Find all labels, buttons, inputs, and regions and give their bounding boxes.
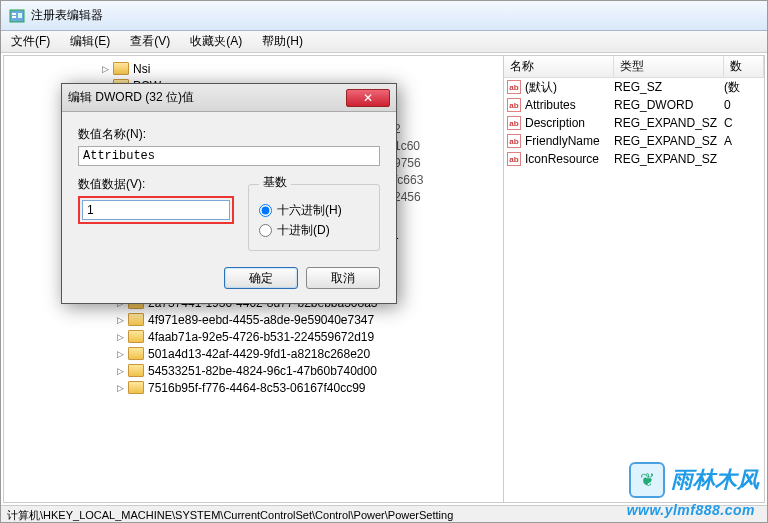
watermark-text: 雨林木风 — [671, 465, 759, 495]
list-row[interactable]: abFriendlyNameREG_EXPAND_SZA — [504, 132, 764, 150]
value-data-input[interactable] — [82, 200, 230, 220]
svg-rect-2 — [12, 16, 16, 18]
expander-icon[interactable]: ▷ — [114, 315, 126, 325]
tree-label: Nsi — [133, 62, 150, 76]
menu-file[interactable]: 文件(F) — [1, 33, 60, 50]
folder-icon — [113, 62, 129, 75]
title-bar: 注册表编辑器 — [1, 1, 767, 31]
row-data: C — [724, 116, 764, 130]
watermark-url: www.ylmf888.com — [627, 502, 755, 518]
value-icon: ab — [507, 80, 521, 94]
row-type: REG_EXPAND_SZ — [614, 134, 724, 148]
close-icon: ✕ — [363, 91, 373, 105]
value-icon: ab — [507, 134, 521, 148]
svg-rect-1 — [12, 13, 16, 15]
folder-icon — [128, 313, 144, 326]
row-data: 0 — [724, 98, 764, 112]
tree-item[interactable]: ▷Nsi — [4, 60, 503, 77]
watermark-logo: ❦ 雨林木风 — [629, 462, 759, 498]
row-name: Description — [525, 116, 585, 130]
window-title: 注册表编辑器 — [31, 7, 103, 24]
radio-hex-row[interactable]: 十六进制(H) — [259, 202, 369, 219]
menu-bar: 文件(F) 编辑(E) 查看(V) 收藏夹(A) 帮助(H) — [1, 31, 767, 53]
value-data-label: 数值数据(V): — [78, 176, 234, 193]
folder-icon — [128, 330, 144, 343]
value-icon: ab — [507, 152, 521, 166]
svg-rect-3 — [18, 13, 22, 18]
radio-dec-label: 十进制(D) — [277, 222, 330, 239]
tree-item[interactable]: ▷4faab71a-92e5-4726-b531-224559672d19 — [4, 328, 503, 345]
radio-hex[interactable] — [259, 204, 272, 217]
row-name: IconResource — [525, 152, 599, 166]
row-type: REG_SZ — [614, 80, 724, 94]
row-name: (默认) — [525, 79, 557, 96]
row-data: A — [724, 134, 764, 148]
ok-button[interactable]: 确定 — [224, 267, 298, 289]
base-legend: 基数 — [259, 174, 291, 191]
row-name: Attributes — [525, 98, 576, 112]
folder-icon — [128, 347, 144, 360]
expander-icon[interactable]: ▷ — [114, 349, 126, 359]
tree-item[interactable]: ▷4f971e89-eebd-4455-a8de-9e59040e7347 — [4, 311, 503, 328]
tree-item[interactable]: ▷501a4d13-42af-4429-9fd1-a8218c268e20 — [4, 345, 503, 362]
dialog-title: 编辑 DWORD (32 位)值 — [68, 89, 346, 106]
registry-icon — [9, 8, 25, 24]
radio-dec[interactable] — [259, 224, 272, 237]
radio-hex-label: 十六进制(H) — [277, 202, 342, 219]
value-name-input[interactable] — [78, 146, 380, 166]
tree-item[interactable]: ▷54533251-82be-4824-96c1-47b60b740d00 — [4, 362, 503, 379]
col-data[interactable]: 数 — [724, 56, 764, 77]
folder-icon — [128, 381, 144, 394]
base-group: 基数 十六进制(H) 十进制(D) — [248, 176, 380, 251]
value-name-label: 数值名称(N): — [78, 126, 380, 143]
expander-icon[interactable]: ▷ — [114, 366, 126, 376]
expander-icon[interactable]: ▷ — [114, 332, 126, 342]
expander-icon[interactable]: ▷ — [99, 64, 111, 74]
expander-icon[interactable]: ▷ — [114, 383, 126, 393]
row-type: REG_EXPAND_SZ — [614, 116, 724, 130]
folder-icon — [128, 364, 144, 377]
col-type[interactable]: 类型 — [614, 56, 724, 77]
cancel-button[interactable]: 取消 — [306, 267, 380, 289]
sprout-icon: ❦ — [629, 462, 665, 498]
tree-label: 501a4d13-42af-4429-9fd1-a8218c268e20 — [148, 347, 370, 361]
menu-edit[interactable]: 编辑(E) — [60, 33, 120, 50]
row-name: FriendlyName — [525, 134, 600, 148]
tree-label: 7516b95f-f776-4464-8c53-06167f40cc99 — [148, 381, 366, 395]
list-row[interactable]: ab(默认)REG_SZ(数 — [504, 78, 764, 96]
list-row[interactable]: abDescriptionREG_EXPAND_SZC — [504, 114, 764, 132]
menu-view[interactable]: 查看(V) — [120, 33, 180, 50]
tree-label: 4f971e89-eebd-4455-a8de-9e59040e7347 — [148, 313, 374, 327]
value-icon: ab — [507, 98, 521, 112]
tree-label: 4faab71a-92e5-4726-b531-224559672d19 — [148, 330, 374, 344]
value-icon: ab — [507, 116, 521, 130]
radio-dec-row[interactable]: 十进制(D) — [259, 222, 369, 239]
list-row[interactable]: abIconResourceREG_EXPAND_SZ — [504, 150, 764, 168]
menu-help[interactable]: 帮助(H) — [252, 33, 313, 50]
edit-dword-dialog: 编辑 DWORD (32 位)值 ✕ 数值名称(N): 数值数据(V): 基数 … — [61, 83, 397, 304]
list-row[interactable]: abAttributesREG_DWORD0 — [504, 96, 764, 114]
dialog-title-bar[interactable]: 编辑 DWORD (32 位)值 ✕ — [62, 84, 396, 112]
row-type: REG_DWORD — [614, 98, 724, 112]
row-type: REG_EXPAND_SZ — [614, 152, 724, 166]
row-data: (数 — [724, 79, 764, 96]
tree-label: 54533251-82be-4824-96c1-47b60b740d00 — [148, 364, 377, 378]
menu-favorites[interactable]: 收藏夹(A) — [180, 33, 252, 50]
tree-item[interactable]: ▷7516b95f-f776-4464-8c53-06167f40cc99 — [4, 379, 503, 396]
list-header: 名称 类型 数 — [504, 56, 764, 78]
list-pane: 名称 类型 数 ab(默认)REG_SZ(数abAttributesREG_DW… — [504, 56, 764, 502]
col-name[interactable]: 名称 — [504, 56, 614, 77]
dialog-close-button[interactable]: ✕ — [346, 89, 390, 107]
